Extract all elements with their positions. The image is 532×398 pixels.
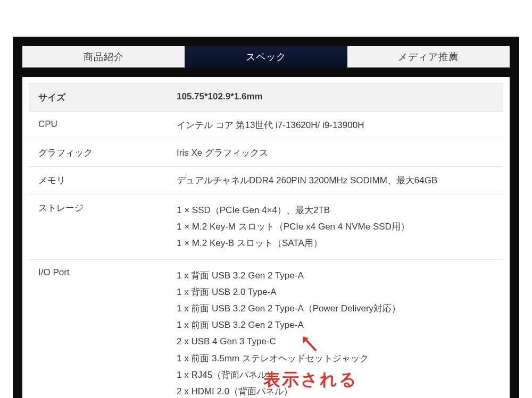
spec-row-size: サイズ 105.75*102.9*1.6mm <box>29 84 503 112</box>
spec-panel: サイズ 105.75*102.9*1.6mm CPU インテル コア 第13世代… <box>22 77 510 398</box>
spec-value-cpu: インテル コア 第13世代 i7-13620H/ i9-13900H <box>167 112 503 139</box>
spec-io-line: 1 x 前面 USB 3.2 Gen 2 Type-A <box>177 317 494 333</box>
spec-label-size: サイズ <box>29 84 167 112</box>
spec-row-cpu: CPU インテル コア 第13世代 i7-13620H/ i9-13900H <box>29 112 503 139</box>
spec-storage-line: 1 × SSD（PCIe Gen 4×4）、最大2TB <box>177 202 494 218</box>
spec-value-io: 1 x 背面 USB 3.2 Gen 2 Type-A 1 x 背面 USB 2… <box>167 259 503 398</box>
spec-table: サイズ 105.75*102.9*1.6mm CPU インテル コア 第13世代… <box>29 83 503 398</box>
spec-value-memory: デュアルチャネルDDR4 260PIN 3200MHz SODIMM、最大64G… <box>167 167 503 194</box>
tab-bar: 商品紹介 スペック メディア推薦 <box>22 46 510 67</box>
spec-value-storage: 1 × SSD（PCIe Gen 4×4）、最大2TB 1 × M.2 Key-… <box>167 194 503 260</box>
tab-media[interactable]: メディア推薦 <box>347 46 510 67</box>
spec-label-io: I/O Port <box>29 259 167 398</box>
spec-label-graphics: グラフィック <box>29 139 167 167</box>
spec-value-graphics: Iris Xe グラフィックス <box>167 139 503 167</box>
spec-io-line: 1 x 背面 USB 2.0 Type-A <box>177 284 494 300</box>
spec-io-line: 2 x USB 4 Gen 3 Type-C <box>177 333 494 350</box>
spec-io-line: 2 x HDMI 2.0（背面パネル） <box>177 383 494 398</box>
spec-row-io: I/O Port 1 x 背面 USB 3.2 Gen 2 Type-A 1 x… <box>29 259 503 398</box>
spec-value-size: 105.75*102.9*1.6mm <box>167 84 503 112</box>
spec-io-line: 1 x RJ45（背面パネル） <box>177 367 494 383</box>
spec-io-line: 1 x 前面 3.5mm ステレオヘッドセットジャック <box>177 350 494 367</box>
spec-label-cpu: CPU <box>29 112 167 139</box>
spec-storage-line: 1 × M.2 Key-M スロット（PCIe x4 Gen 4 NVMe SS… <box>177 218 494 235</box>
tab-spec[interactable]: スペック <box>185 46 347 67</box>
spec-label-storage: ストレージ <box>29 194 167 260</box>
content-frame: 商品紹介 スペック メディア推薦 サイズ 105.75*102.9*1.6mm … <box>13 37 519 398</box>
spec-io-line: 1 x 前面 USB 3.2 Gen 2 Type-A（Power Delive… <box>177 300 494 317</box>
spec-storage-line: 1 × M.2 Key-B スロット（SATA用） <box>177 235 494 251</box>
spec-label-memory: メモリ <box>29 167 167 194</box>
spec-row-graphics: グラフィック Iris Xe グラフィックス <box>29 139 503 167</box>
spec-io-line: 1 x 背面 USB 3.2 Gen 2 Type-A <box>177 267 494 284</box>
tab-intro[interactable]: 商品紹介 <box>22 46 185 67</box>
spec-row-storage: ストレージ 1 × SSD（PCIe Gen 4×4）、最大2TB 1 × M.… <box>29 194 503 260</box>
spec-row-memory: メモリ デュアルチャネルDDR4 260PIN 3200MHz SODIMM、最… <box>29 167 503 194</box>
